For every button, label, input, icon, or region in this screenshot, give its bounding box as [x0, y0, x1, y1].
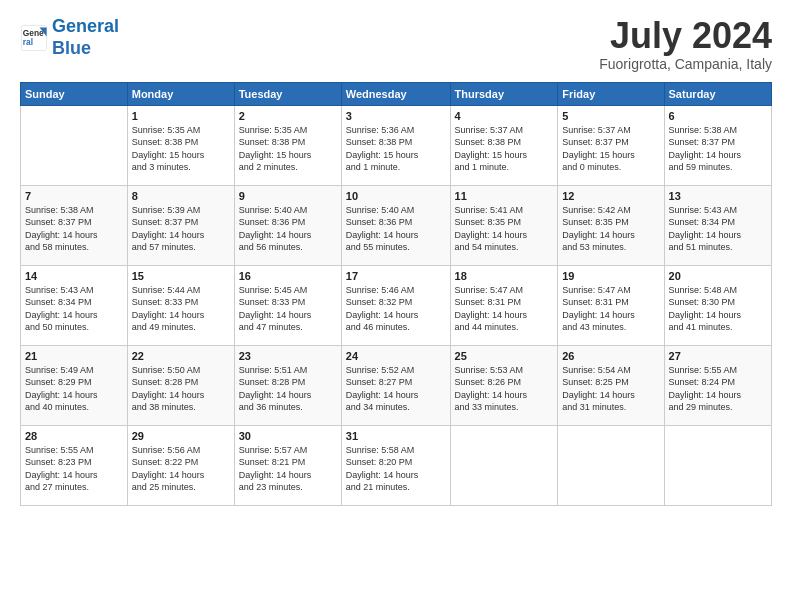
day-info: Sunrise: 5:37 AM Sunset: 8:37 PM Dayligh… — [562, 124, 659, 174]
day-number: 20 — [669, 270, 767, 282]
day-number: 4 — [455, 110, 554, 122]
day-info: Sunrise: 5:54 AM Sunset: 8:25 PM Dayligh… — [562, 364, 659, 414]
logo-text: General Blue — [52, 16, 119, 59]
header-row: Sunday Monday Tuesday Wednesday Thursday… — [21, 82, 772, 105]
calendar-cell: 10Sunrise: 5:40 AM Sunset: 8:36 PM Dayli… — [341, 185, 450, 265]
calendar-cell: 5Sunrise: 5:37 AM Sunset: 8:37 PM Daylig… — [558, 105, 664, 185]
calendar-cell: 25Sunrise: 5:53 AM Sunset: 8:26 PM Dayli… — [450, 345, 558, 425]
day-number: 21 — [25, 350, 123, 362]
col-sunday: Sunday — [21, 82, 128, 105]
day-number: 29 — [132, 430, 230, 442]
day-number: 27 — [669, 350, 767, 362]
day-number: 1 — [132, 110, 230, 122]
calendar-cell: 19Sunrise: 5:47 AM Sunset: 8:31 PM Dayli… — [558, 265, 664, 345]
day-info: Sunrise: 5:56 AM Sunset: 8:22 PM Dayligh… — [132, 444, 230, 494]
day-info: Sunrise: 5:44 AM Sunset: 8:33 PM Dayligh… — [132, 284, 230, 334]
day-info: Sunrise: 5:52 AM Sunset: 8:27 PM Dayligh… — [346, 364, 446, 414]
week-row-2: 7Sunrise: 5:38 AM Sunset: 8:37 PM Daylig… — [21, 185, 772, 265]
day-info: Sunrise: 5:40 AM Sunset: 8:36 PM Dayligh… — [239, 204, 337, 254]
svg-text:ral: ral — [23, 37, 33, 47]
calendar-cell: 8Sunrise: 5:39 AM Sunset: 8:37 PM Daylig… — [127, 185, 234, 265]
calendar-cell: 17Sunrise: 5:46 AM Sunset: 8:32 PM Dayli… — [341, 265, 450, 345]
week-row-5: 28Sunrise: 5:55 AM Sunset: 8:23 PM Dayli… — [21, 425, 772, 505]
calendar-cell: 26Sunrise: 5:54 AM Sunset: 8:25 PM Dayli… — [558, 345, 664, 425]
calendar-cell: 31Sunrise: 5:58 AM Sunset: 8:20 PM Dayli… — [341, 425, 450, 505]
day-info: Sunrise: 5:38 AM Sunset: 8:37 PM Dayligh… — [25, 204, 123, 254]
calendar-cell: 20Sunrise: 5:48 AM Sunset: 8:30 PM Dayli… — [664, 265, 771, 345]
calendar-cell: 13Sunrise: 5:43 AM Sunset: 8:34 PM Dayli… — [664, 185, 771, 265]
day-info: Sunrise: 5:35 AM Sunset: 8:38 PM Dayligh… — [132, 124, 230, 174]
col-friday: Friday — [558, 82, 664, 105]
day-number: 26 — [562, 350, 659, 362]
day-number: 6 — [669, 110, 767, 122]
day-number: 30 — [239, 430, 337, 442]
day-number: 25 — [455, 350, 554, 362]
day-info: Sunrise: 5:47 AM Sunset: 8:31 PM Dayligh… — [455, 284, 554, 334]
day-number: 8 — [132, 190, 230, 202]
day-number: 2 — [239, 110, 337, 122]
calendar-cell: 9Sunrise: 5:40 AM Sunset: 8:36 PM Daylig… — [234, 185, 341, 265]
day-info: Sunrise: 5:47 AM Sunset: 8:31 PM Dayligh… — [562, 284, 659, 334]
calendar-cell: 21Sunrise: 5:49 AM Sunset: 8:29 PM Dayli… — [21, 345, 128, 425]
day-number: 31 — [346, 430, 446, 442]
calendar-cell: 24Sunrise: 5:52 AM Sunset: 8:27 PM Dayli… — [341, 345, 450, 425]
calendar-cell: 3Sunrise: 5:36 AM Sunset: 8:38 PM Daylig… — [341, 105, 450, 185]
calendar-cell — [21, 105, 128, 185]
calendar-cell: 23Sunrise: 5:51 AM Sunset: 8:28 PM Dayli… — [234, 345, 341, 425]
day-number: 19 — [562, 270, 659, 282]
day-info: Sunrise: 5:51 AM Sunset: 8:28 PM Dayligh… — [239, 364, 337, 414]
day-info: Sunrise: 5:38 AM Sunset: 8:37 PM Dayligh… — [669, 124, 767, 174]
day-info: Sunrise: 5:48 AM Sunset: 8:30 PM Dayligh… — [669, 284, 767, 334]
col-thursday: Thursday — [450, 82, 558, 105]
col-saturday: Saturday — [664, 82, 771, 105]
day-info: Sunrise: 5:40 AM Sunset: 8:36 PM Dayligh… — [346, 204, 446, 254]
calendar-cell: 29Sunrise: 5:56 AM Sunset: 8:22 PM Dayli… — [127, 425, 234, 505]
location: Fuorigrotta, Campania, Italy — [599, 56, 772, 72]
day-number: 17 — [346, 270, 446, 282]
logo: Gene ral General Blue — [20, 16, 119, 59]
day-number: 3 — [346, 110, 446, 122]
col-wednesday: Wednesday — [341, 82, 450, 105]
day-info: Sunrise: 5:53 AM Sunset: 8:26 PM Dayligh… — [455, 364, 554, 414]
calendar-table: Sunday Monday Tuesday Wednesday Thursday… — [20, 82, 772, 506]
day-info: Sunrise: 5:49 AM Sunset: 8:29 PM Dayligh… — [25, 364, 123, 414]
month-year: July 2024 — [599, 16, 772, 56]
day-number: 23 — [239, 350, 337, 362]
day-number: 18 — [455, 270, 554, 282]
day-number: 15 — [132, 270, 230, 282]
col-monday: Monday — [127, 82, 234, 105]
calendar-cell: 6Sunrise: 5:38 AM Sunset: 8:37 PM Daylig… — [664, 105, 771, 185]
calendar-cell: 30Sunrise: 5:57 AM Sunset: 8:21 PM Dayli… — [234, 425, 341, 505]
calendar-cell: 22Sunrise: 5:50 AM Sunset: 8:28 PM Dayli… — [127, 345, 234, 425]
day-number: 13 — [669, 190, 767, 202]
day-number: 7 — [25, 190, 123, 202]
logo-line1: General — [52, 16, 119, 36]
col-tuesday: Tuesday — [234, 82, 341, 105]
calendar-cell: 18Sunrise: 5:47 AM Sunset: 8:31 PM Dayli… — [450, 265, 558, 345]
day-number: 24 — [346, 350, 446, 362]
day-number: 10 — [346, 190, 446, 202]
week-row-3: 14Sunrise: 5:43 AM Sunset: 8:34 PM Dayli… — [21, 265, 772, 345]
title-block: July 2024 Fuorigrotta, Campania, Italy — [599, 16, 772, 72]
calendar-cell: 12Sunrise: 5:42 AM Sunset: 8:35 PM Dayli… — [558, 185, 664, 265]
day-number: 5 — [562, 110, 659, 122]
day-number: 12 — [562, 190, 659, 202]
calendar-cell — [558, 425, 664, 505]
day-number: 11 — [455, 190, 554, 202]
page: Gene ral General Blue July 2024 Fuorigro… — [0, 0, 792, 612]
day-info: Sunrise: 5:35 AM Sunset: 8:38 PM Dayligh… — [239, 124, 337, 174]
day-info: Sunrise: 5:36 AM Sunset: 8:38 PM Dayligh… — [346, 124, 446, 174]
header: Gene ral General Blue July 2024 Fuorigro… — [20, 16, 772, 72]
day-info: Sunrise: 5:42 AM Sunset: 8:35 PM Dayligh… — [562, 204, 659, 254]
day-info: Sunrise: 5:41 AM Sunset: 8:35 PM Dayligh… — [455, 204, 554, 254]
day-info: Sunrise: 5:43 AM Sunset: 8:34 PM Dayligh… — [669, 204, 767, 254]
calendar-cell: 2Sunrise: 5:35 AM Sunset: 8:38 PM Daylig… — [234, 105, 341, 185]
day-number: 16 — [239, 270, 337, 282]
day-info: Sunrise: 5:37 AM Sunset: 8:38 PM Dayligh… — [455, 124, 554, 174]
day-number: 9 — [239, 190, 337, 202]
day-info: Sunrise: 5:50 AM Sunset: 8:28 PM Dayligh… — [132, 364, 230, 414]
day-info: Sunrise: 5:57 AM Sunset: 8:21 PM Dayligh… — [239, 444, 337, 494]
calendar-cell: 14Sunrise: 5:43 AM Sunset: 8:34 PM Dayli… — [21, 265, 128, 345]
day-info: Sunrise: 5:43 AM Sunset: 8:34 PM Dayligh… — [25, 284, 123, 334]
day-info: Sunrise: 5:39 AM Sunset: 8:37 PM Dayligh… — [132, 204, 230, 254]
